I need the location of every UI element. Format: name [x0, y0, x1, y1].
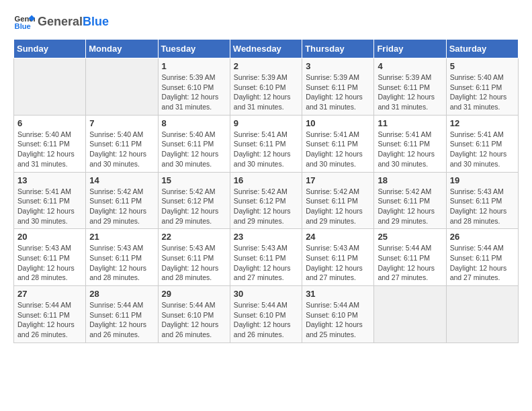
day-number: 15	[162, 175, 226, 185]
day-info: Sunrise: 5:41 AMSunset: 6:11 PMDaylight:…	[306, 130, 370, 169]
calendar-cell	[14, 58, 86, 116]
calendar-header-saturday: Saturday	[446, 40, 518, 58]
calendar-cell: 24Sunrise: 5:43 AMSunset: 6:11 PMDayligh…	[302, 229, 374, 286]
day-info: Sunrise: 5:43 AMSunset: 6:11 PMDaylight:…	[306, 243, 370, 283]
day-info: Sunrise: 5:44 AMSunset: 6:10 PMDaylight:…	[162, 300, 226, 340]
day-info: Sunrise: 5:39 AMSunset: 6:11 PMDaylight:…	[306, 73, 370, 112]
calendar-header-friday: Friday	[374, 40, 446, 58]
calendar-table: SundayMondayTuesdayWednesdayThursdayFrid…	[13, 39, 519, 343]
calendar-cell: 5Sunrise: 5:40 AMSunset: 6:11 PMDaylight…	[446, 58, 518, 116]
calendar-cell: 10Sunrise: 5:41 AMSunset: 6:11 PMDayligh…	[302, 115, 374, 172]
day-number: 16	[234, 175, 298, 185]
calendar-cell: 13Sunrise: 5:41 AMSunset: 6:11 PMDayligh…	[14, 172, 86, 229]
calendar-cell: 9Sunrise: 5:41 AMSunset: 6:11 PMDaylight…	[230, 115, 302, 172]
logo-icon: General Blue	[13, 11, 35, 32]
day-info: Sunrise: 5:44 AMSunset: 6:11 PMDaylight:…	[378, 243, 442, 283]
calendar-cell: 19Sunrise: 5:43 AMSunset: 6:11 PMDayligh…	[446, 172, 518, 229]
svg-text:Blue: Blue	[15, 22, 31, 30]
calendar-cell: 22Sunrise: 5:43 AMSunset: 6:11 PMDayligh…	[158, 229, 230, 286]
logo-general-text: General	[38, 15, 83, 29]
header: General Blue General Blue	[13, 11, 519, 32]
calendar-cell: 23Sunrise: 5:43 AMSunset: 6:11 PMDayligh…	[230, 229, 302, 286]
calendar-cell	[374, 286, 446, 343]
day-info: Sunrise: 5:40 AMSunset: 6:11 PMDaylight:…	[450, 73, 515, 112]
calendar-cell: 7Sunrise: 5:40 AMSunset: 6:11 PMDaylight…	[86, 115, 158, 172]
calendar-cell: 29Sunrise: 5:44 AMSunset: 6:10 PMDayligh…	[158, 286, 230, 343]
day-number: 21	[89, 232, 154, 242]
calendar-header-sunday: Sunday	[14, 40, 86, 58]
day-number: 22	[162, 232, 226, 242]
day-number: 9	[234, 118, 298, 128]
calendar-cell: 14Sunrise: 5:42 AMSunset: 6:11 PMDayligh…	[86, 172, 158, 229]
day-info: Sunrise: 5:43 AMSunset: 6:11 PMDaylight:…	[89, 243, 154, 283]
calendar-cell	[446, 286, 518, 343]
day-info: Sunrise: 5:39 AMSunset: 6:10 PMDaylight:…	[234, 73, 298, 112]
day-info: Sunrise: 5:44 AMSunset: 6:11 PMDaylight:…	[450, 243, 515, 283]
day-info: Sunrise: 5:43 AMSunset: 6:11 PMDaylight:…	[234, 243, 298, 283]
calendar-cell: 25Sunrise: 5:44 AMSunset: 6:11 PMDayligh…	[374, 229, 446, 286]
day-number: 1	[162, 61, 226, 71]
day-info: Sunrise: 5:39 AMSunset: 6:11 PMDaylight:…	[378, 73, 442, 112]
day-number: 30	[234, 289, 298, 299]
day-number: 6	[17, 118, 82, 128]
day-info: Sunrise: 5:44 AMSunset: 6:10 PMDaylight:…	[306, 300, 370, 340]
day-number: 11	[378, 118, 442, 128]
calendar-cell: 21Sunrise: 5:43 AMSunset: 6:11 PMDayligh…	[86, 229, 158, 286]
day-info: Sunrise: 5:40 AMSunset: 6:11 PMDaylight:…	[162, 130, 226, 169]
calendar-week-row: 6Sunrise: 5:40 AMSunset: 6:11 PMDaylight…	[14, 115, 519, 172]
calendar-cell: 8Sunrise: 5:40 AMSunset: 6:11 PMDaylight…	[158, 115, 230, 172]
calendar-week-row: 13Sunrise: 5:41 AMSunset: 6:11 PMDayligh…	[14, 172, 519, 229]
day-info: Sunrise: 5:44 AMSunset: 6:10 PMDaylight:…	[234, 300, 298, 340]
day-info: Sunrise: 5:40 AMSunset: 6:11 PMDaylight:…	[89, 130, 154, 169]
calendar-cell: 27Sunrise: 5:44 AMSunset: 6:11 PMDayligh…	[14, 286, 86, 343]
day-number: 19	[450, 175, 515, 185]
day-info: Sunrise: 5:43 AMSunset: 6:11 PMDaylight:…	[17, 243, 82, 283]
day-info: Sunrise: 5:41 AMSunset: 6:11 PMDaylight:…	[17, 187, 82, 226]
day-number: 20	[17, 232, 82, 242]
logo: General Blue General Blue	[13, 11, 109, 32]
calendar-cell: 17Sunrise: 5:42 AMSunset: 6:11 PMDayligh…	[302, 172, 374, 229]
day-number: 17	[306, 175, 370, 185]
calendar-header-tuesday: Tuesday	[158, 40, 230, 58]
calendar-cell: 26Sunrise: 5:44 AMSunset: 6:11 PMDayligh…	[446, 229, 518, 286]
day-info: Sunrise: 5:43 AMSunset: 6:11 PMDaylight:…	[162, 243, 226, 283]
calendar-cell: 4Sunrise: 5:39 AMSunset: 6:11 PMDaylight…	[374, 58, 446, 116]
day-info: Sunrise: 5:41 AMSunset: 6:11 PMDaylight:…	[378, 130, 442, 169]
day-number: 8	[162, 118, 226, 128]
day-info: Sunrise: 5:39 AMSunset: 6:10 PMDaylight:…	[162, 73, 226, 112]
day-number: 23	[234, 232, 298, 242]
calendar-cell: 31Sunrise: 5:44 AMSunset: 6:10 PMDayligh…	[302, 286, 374, 343]
day-info: Sunrise: 5:44 AMSunset: 6:11 PMDaylight:…	[17, 300, 82, 340]
calendar-cell: 18Sunrise: 5:42 AMSunset: 6:11 PMDayligh…	[374, 172, 446, 229]
day-number: 25	[378, 232, 442, 242]
day-number: 24	[306, 232, 370, 242]
day-info: Sunrise: 5:42 AMSunset: 6:12 PMDaylight:…	[162, 187, 226, 226]
day-number: 18	[378, 175, 442, 185]
calendar-header-thursday: Thursday	[302, 40, 374, 58]
calendar-week-row: 1Sunrise: 5:39 AMSunset: 6:10 PMDaylight…	[14, 58, 519, 116]
day-info: Sunrise: 5:42 AMSunset: 6:11 PMDaylight:…	[378, 187, 442, 226]
day-info: Sunrise: 5:40 AMSunset: 6:11 PMDaylight:…	[17, 130, 82, 169]
day-number: 7	[89, 118, 154, 128]
calendar-cell: 15Sunrise: 5:42 AMSunset: 6:12 PMDayligh…	[158, 172, 230, 229]
day-number: 10	[306, 118, 370, 128]
day-number: 2	[234, 61, 298, 71]
day-number: 31	[306, 289, 370, 299]
day-number: 5	[450, 61, 515, 71]
day-number: 13	[17, 175, 82, 185]
day-number: 29	[162, 289, 226, 299]
calendar-header-wednesday: Wednesday	[230, 40, 302, 58]
calendar-header-row: SundayMondayTuesdayWednesdayThursdayFrid…	[14, 40, 519, 58]
day-info: Sunrise: 5:42 AMSunset: 6:11 PMDaylight:…	[306, 187, 370, 226]
day-info: Sunrise: 5:44 AMSunset: 6:11 PMDaylight:…	[89, 300, 154, 340]
day-number: 26	[450, 232, 515, 242]
calendar-header-monday: Monday	[86, 40, 158, 58]
day-number: 14	[89, 175, 154, 185]
calendar-cell: 3Sunrise: 5:39 AMSunset: 6:11 PMDaylight…	[302, 58, 374, 116]
calendar-cell: 6Sunrise: 5:40 AMSunset: 6:11 PMDaylight…	[14, 115, 86, 172]
logo-blue-text: Blue	[83, 15, 109, 29]
day-info: Sunrise: 5:43 AMSunset: 6:11 PMDaylight:…	[450, 187, 515, 226]
calendar-week-row: 27Sunrise: 5:44 AMSunset: 6:11 PMDayligh…	[14, 286, 519, 343]
calendar-cell: 12Sunrise: 5:41 AMSunset: 6:11 PMDayligh…	[446, 115, 518, 172]
day-number: 3	[306, 61, 370, 71]
